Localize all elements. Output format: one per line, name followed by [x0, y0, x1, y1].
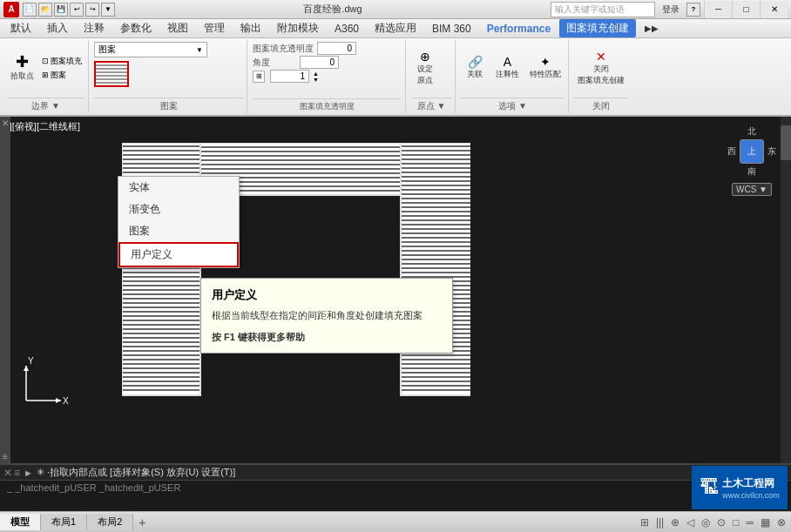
title-quick-access: 📄 📂 💾 ↩ ↪ ▼: [23, 3, 115, 17]
command-text: ✳ ·抬取内部点或 [选择对象(S) 放弃(U) 设置(T)]: [37, 466, 788, 479]
pick-point-icon: ✚: [16, 54, 29, 70]
redo-icon[interactable]: ↪: [85, 3, 99, 17]
menu-manage[interactable]: 管理: [197, 19, 232, 37]
left-toolbar: ✕ ≡: [0, 117, 10, 463]
close-group-label: 关闭: [574, 98, 628, 113]
close-hatch-icon: ✕: [596, 51, 606, 63]
scale-up[interactable]: ▲: [313, 71, 319, 77]
tooltip-title: 用户定义: [212, 287, 442, 303]
associate-button[interactable]: 🔗 关联: [461, 54, 489, 82]
tooltip-box: 用户定义 根据当前线型在指定的间距和角度处创建填充图案 按 F1 键获得更多帮助: [200, 278, 453, 354]
menu-addons[interactable]: 附加模块: [270, 19, 326, 37]
pattern-type-dropdown[interactable]: 图案 ▼: [94, 42, 207, 57]
scale-input[interactable]: [270, 70, 309, 83]
ribbon-group-origin: ⊕ 设定原点 原点 ▼: [408, 40, 456, 113]
title-search-box[interactable]: 输入关键字或短语: [551, 2, 655, 17]
undo-icon[interactable]: ↩: [70, 3, 84, 17]
bottom-dynamic-icon[interactable]: □: [731, 516, 740, 529]
help-icon[interactable]: ?: [686, 3, 700, 17]
title-filename: 百度经验.dwg: [115, 3, 551, 16]
bottom-grid-icon[interactable]: |||: [654, 516, 666, 529]
pick-point-button[interactable]: ✚ 拾取点: [7, 52, 37, 84]
viewport-expand-btn[interactable]: ≡: [3, 452, 8, 461]
tooltip-desc: 根据当前线型在指定的间距和角度处创建填充图案: [212, 308, 442, 324]
new-icon[interactable]: 📄: [23, 3, 37, 17]
annotate-button[interactable]: A 注释性: [492, 54, 523, 82]
annotate-label: 注释性: [496, 69, 519, 80]
pattern-preview: [94, 61, 129, 87]
boundary-label: 边界 ▼: [7, 98, 85, 113]
match-prop-button[interactable]: ✦ 特性匹配: [526, 54, 565, 82]
ribbon-group-close: ✕ 关闭图案填充创建 关闭: [571, 40, 632, 113]
transparency-input[interactable]: [317, 42, 356, 55]
logo-row: 🏗 土木工程网 www.civilcn.com: [700, 476, 780, 500]
command-expand-icon[interactable]: ≡: [14, 467, 20, 479]
bottom-settings-icon[interactable]: ⊗: [775, 516, 788, 529]
hatch-pattern-item[interactable]: 图案: [118, 220, 239, 242]
bottom-model-icon[interactable]: ⊞: [639, 516, 651, 529]
close-hatch-label: 关闭图案填充创建: [578, 64, 625, 86]
angle-input[interactable]: [300, 56, 339, 69]
hatch-solid-item[interactable]: 实体: [118, 177, 239, 199]
menu-output[interactable]: 输出: [233, 19, 268, 37]
ribbon-group-boundary: ✚ 拾取点 ⊡ 图案填充 ⊞ 图案 边界 ▼: [3, 40, 89, 113]
hatch-pattern-btn1[interactable]: ⊡ 图案填充: [39, 55, 85, 68]
compass-south: 南: [726, 165, 778, 178]
menu-bar: 默认 插入 注释 参数化 视图 管理 输出 附加模块 A360 精选应用 BIM…: [0, 19, 791, 38]
origin-icon: ⊕: [420, 51, 430, 63]
save-icon[interactable]: 💾: [54, 3, 68, 17]
menu-default[interactable]: 默认: [3, 19, 38, 37]
close-content: ✕ 关闭图案填充创建: [574, 40, 628, 96]
compass-up-button[interactable]: 上: [740, 139, 764, 164]
menu-parametric[interactable]: 参数化: [113, 19, 159, 37]
menu-hatch-create[interactable]: 图案填充创建: [559, 19, 636, 37]
viewport-close-btn[interactable]: ✕: [2, 118, 9, 128]
menu-annotate[interactable]: 注释: [77, 19, 112, 37]
bottom-snap-icon[interactable]: ⊕: [669, 516, 681, 529]
bottom-osnap-icon[interactable]: ⊙: [715, 516, 727, 529]
hatch-pattern-btn2[interactable]: ⊞ 图案: [39, 69, 85, 82]
layout-tab-2[interactable]: 布局2: [87, 514, 133, 530]
menu-view[interactable]: 视图: [160, 19, 195, 37]
wcs-label[interactable]: WCS ▼: [732, 183, 772, 196]
login-button[interactable]: 登录: [659, 3, 683, 16]
close-button[interactable]: ✕: [760, 1, 788, 18]
scale-down[interactable]: ▼: [313, 77, 319, 83]
logo-text-block: 土木工程网 www.civilcn.com: [722, 476, 780, 500]
v-scrollbar[interactable]: [781, 117, 791, 463]
hatch-icon1: ⊡: [42, 57, 49, 65]
command-left-icons: ✕ ≡: [3, 467, 24, 479]
close-hatch-button[interactable]: ✕ 关闭图案填充创建: [574, 49, 628, 88]
hatch-type-menu: 实体 渐变色 图案 用户定义: [118, 176, 240, 268]
compass-center: 西 上 东: [727, 139, 776, 164]
hatch-userdefined-item[interactable]: 用户定义: [118, 242, 239, 267]
minimize-button[interactable]: ─: [704, 1, 732, 18]
match-label: 特性匹配: [530, 69, 561, 80]
command-area: ✕ ≡ ► ✳ ·抬取内部点或 [选择对象(S) 放弃(U) 设置(T)] _ …: [0, 463, 791, 511]
v-scrollbar-thumb[interactable]: [781, 125, 791, 160]
layout-add-button[interactable]: +: [133, 514, 151, 531]
more-icon[interactable]: ▼: [101, 3, 115, 17]
command-header: ✕ ≡ ► ✳ ·抬取内部点或 [选择对象(S) 放弃(U) 设置(T)]: [0, 465, 791, 481]
menu-performance[interactable]: Performance: [480, 21, 558, 37]
layout-tab-1[interactable]: 布局1: [41, 514, 87, 530]
compass-west: 西: [727, 145, 736, 158]
maximize-button[interactable]: □: [732, 1, 760, 18]
menu-featured[interactable]: 精选应用: [368, 19, 423, 37]
menu-a360[interactable]: A360: [328, 21, 366, 37]
menu-expand[interactable]: ▶▶: [638, 22, 666, 35]
menu-insert[interactable]: 插入: [40, 19, 75, 37]
command-x-icon[interactable]: ✕: [3, 467, 12, 479]
layout-tab-model[interactable]: 模型: [0, 514, 41, 530]
bottom-polar-icon[interactable]: ◎: [700, 516, 712, 529]
bottom-ortho-icon[interactable]: ◁: [685, 516, 696, 529]
bottom-lineweight-icon[interactable]: ═: [744, 516, 755, 529]
set-origin-button[interactable]: ⊕ 设定原点: [411, 49, 439, 88]
open-icon[interactable]: 📂: [38, 3, 52, 17]
hatch-gradient-item[interactable]: 渐变色: [118, 199, 239, 220]
ribbon: ✚ 拾取点 ⊡ 图案填充 ⊞ 图案 边界 ▼: [0, 38, 791, 117]
menu-bim360[interactable]: BIM 360: [425, 21, 478, 37]
origin-content: ⊕ 设定原点: [411, 40, 451, 96]
pattern-preview-svg: [96, 62, 127, 86]
bottom-transparency-icon[interactable]: ▦: [759, 516, 772, 529]
